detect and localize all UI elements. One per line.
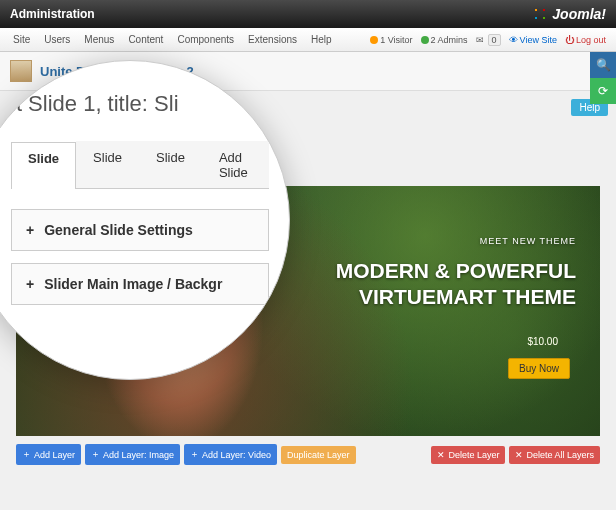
- tab-slide-1[interactable]: Slide: [11, 142, 76, 189]
- accordion-main-image[interactable]: + Slider Main Image / Backgr: [11, 263, 269, 305]
- admin-icon: [421, 36, 429, 44]
- duplicate-layer-button[interactable]: Duplicate Layer: [281, 446, 356, 464]
- component-icon: [10, 60, 32, 82]
- menu-site[interactable]: Site: [6, 34, 37, 45]
- preview-heading-2: VIRTUEMART THEME: [336, 284, 576, 310]
- admin-topbar: Administration Joomla!: [0, 0, 616, 28]
- main-menu: Site Users Menus Content Components Exte…: [0, 28, 616, 52]
- side-refresh-button[interactable]: [590, 78, 616, 104]
- preview-price: $10.00: [527, 336, 558, 347]
- layer-toolbar: Add Layer Add Layer: Image Add Layer: Vi…: [8, 436, 608, 473]
- joomla-icon: [532, 6, 548, 22]
- plus-icon: [22, 448, 31, 461]
- menu-help[interactable]: Help: [304, 34, 339, 45]
- brand-text: Joomla!: [552, 6, 606, 22]
- logout-link[interactable]: Log out: [561, 35, 610, 45]
- status-messages[interactable]: ✉0: [472, 34, 505, 46]
- add-layer-button[interactable]: Add Layer: [16, 444, 81, 465]
- expand-icon: +: [26, 222, 34, 238]
- power-icon: [565, 35, 574, 45]
- side-search-button[interactable]: [590, 52, 616, 78]
- app-title: Administration: [10, 7, 532, 21]
- preview-text: MEET NEW THEME MODERN & POWERFUL VIRTUEM…: [336, 236, 576, 311]
- status-admins[interactable]: 2 Admins: [417, 35, 472, 45]
- delete-layer-button[interactable]: ✕ Delete Layer: [431, 446, 505, 464]
- menu-users[interactable]: Users: [37, 34, 77, 45]
- tab-add-slide[interactable]: Add Slide: [202, 141, 269, 188]
- tab-slide-3[interactable]: Slide: [139, 141, 202, 188]
- menu-menus[interactable]: Menus: [77, 34, 121, 45]
- accordion-label: Slider Main Image / Backgr: [44, 276, 222, 292]
- plus-icon: [91, 448, 100, 461]
- page-title: it Slide 1, title: Sli: [11, 91, 269, 117]
- view-site-link[interactable]: View Site: [505, 35, 561, 45]
- add-layer-image-button[interactable]: Add Layer: Image: [85, 444, 180, 465]
- add-layer-video-button[interactable]: Add Layer: Video: [184, 444, 277, 465]
- accordion-label: General Slide Settings: [44, 222, 193, 238]
- tab-slide-2[interactable]: Slide: [76, 141, 139, 188]
- accordion-general-settings[interactable]: + General Slide Settings: [11, 209, 269, 251]
- joomla-logo: Joomla!: [532, 6, 606, 22]
- eye-icon: [509, 35, 518, 45]
- buy-now-button[interactable]: Buy Now: [508, 358, 570, 379]
- delete-all-layers-button[interactable]: ✕ Delete All Layers: [509, 446, 600, 464]
- status-visitors[interactable]: 1 Visitor: [366, 35, 416, 45]
- menu-components[interactable]: Components: [170, 34, 241, 45]
- preview-heading-1: MODERN & POWERFUL: [336, 258, 576, 284]
- slide-tabs: Slide Slide Slide Add Slide: [11, 141, 269, 189]
- plus-icon: [190, 448, 199, 461]
- preview-subtitle: MEET NEW THEME: [336, 236, 576, 246]
- visitor-icon: [370, 36, 378, 44]
- expand-icon: +: [26, 276, 34, 292]
- menu-content[interactable]: Content: [121, 34, 170, 45]
- menu-extensions[interactable]: Extensions: [241, 34, 304, 45]
- side-action-buttons: [590, 52, 616, 104]
